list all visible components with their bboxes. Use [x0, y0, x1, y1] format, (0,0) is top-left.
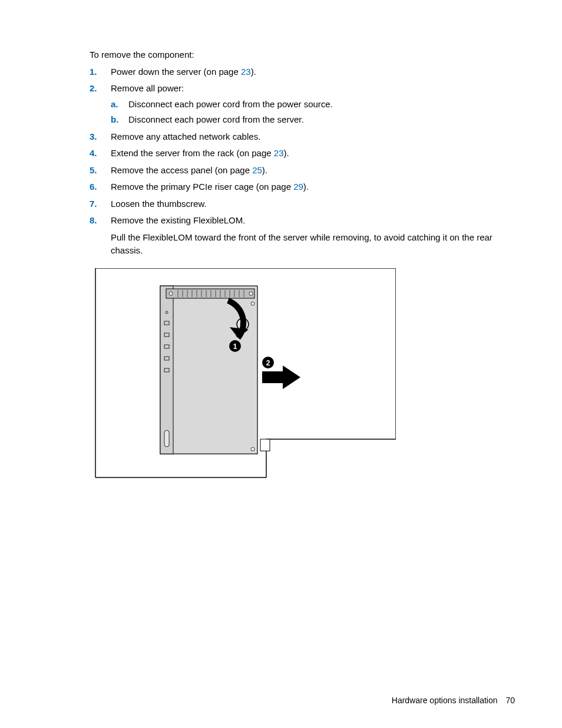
svg-rect-8 [166, 289, 254, 298]
step-item: 5. Remove the access panel (on page 25). [90, 164, 515, 177]
step-text: Remove any attached network cables. [111, 131, 260, 141]
step-item: 1. Power down the server (on page 23). [90, 65, 515, 79]
sub-step-text: Disconnect each power cord from the serv… [128, 113, 304, 127]
removal-diagram: 1 2 [90, 268, 515, 480]
step-text: Remove all power: [111, 83, 184, 93]
sub-step-number: a. [111, 98, 128, 111]
step-body: Power down the server (on page 23). [111, 65, 515, 79]
step-list: 1. Power down the server (on page 23). 2… [90, 65, 515, 258]
step-item: 4. Extend the server from the rack (on p… [90, 147, 515, 160]
step-body: Extend the server from the rack (on page… [111, 147, 515, 160]
step-item: 2. Remove all power: a. Disconnect each … [90, 82, 515, 127]
step-number: 7. [90, 197, 111, 211]
step-note: Pull the FlexibleLOM toward the front of… [111, 231, 515, 258]
svg-point-10 [249, 292, 253, 295]
step-number: 6. [90, 180, 111, 194]
step-item: 6. Remove the primary PCIe riser cage (o… [90, 180, 515, 194]
footer-section: Hardware options installation [392, 696, 498, 705]
step-number: 3. [90, 130, 111, 144]
sub-step-list: a. Disconnect each power cord from the p… [111, 98, 515, 127]
step-item: 3. Remove any attached network cables. [90, 130, 515, 144]
callout-label-2: 2 [266, 359, 270, 367]
step-body: Loosen the thumbscrew. [111, 197, 515, 211]
svg-point-35 [251, 447, 254, 451]
page-link[interactable]: 29 [293, 182, 303, 192]
step-item: 7. Loosen the thumbscrew. [90, 197, 515, 211]
step-number: 4. [90, 147, 111, 160]
sub-step-text: Disconnect each power cord from the powe… [128, 98, 333, 111]
page-link[interactable]: 23 [241, 67, 251, 77]
page-link[interactable]: 23 [274, 148, 284, 158]
diagram-svg: 1 2 [90, 268, 396, 480]
step-text: Loosen the thumbscrew. [111, 199, 207, 209]
step-number: 8. [90, 214, 111, 228]
step-number: 1. [90, 65, 111, 79]
sub-step-number: b. [111, 113, 128, 127]
step-number: 2. [90, 82, 111, 95]
intro-text: To remove the component: [90, 48, 515, 62]
step-number: 5. [90, 164, 111, 177]
step-text: Power down the server (on page [111, 67, 241, 77]
step-text: Remove the access panel (on page [111, 165, 252, 175]
step-body: Remove the access panel (on page 25). [111, 164, 515, 177]
svg-rect-42 [260, 439, 270, 451]
step-body: Remove the existing FlexibleLOM. Pull th… [111, 214, 515, 258]
svg-point-9 [169, 292, 173, 295]
page-footer: Hardware options installation 70 [392, 694, 515, 707]
sub-step-item: b. Disconnect each power cord from the s… [111, 113, 515, 127]
svg-marker-41 [283, 365, 300, 389]
step-text: ). [284, 148, 289, 158]
step-body: Remove any attached network cables. [111, 130, 515, 144]
step-text: ). [303, 182, 309, 192]
svg-rect-40 [262, 371, 283, 383]
svg-rect-32 [164, 430, 169, 447]
step-text: ). [251, 67, 256, 77]
step-body: Remove all power: a. Disconnect each pow… [111, 82, 515, 127]
step-item: 8. Remove the existing FlexibleLOM. Pull… [90, 214, 515, 258]
step-text: Remove the primary PCIe riser cage (on p… [111, 182, 293, 192]
svg-point-36 [251, 302, 254, 305]
footer-page-number: 70 [505, 696, 515, 705]
step-text: Remove the existing FlexibleLOM. [111, 215, 245, 225]
page-link[interactable]: 25 [252, 165, 262, 175]
step-text: Extend the server from the rack (on page [111, 148, 274, 158]
document-page: To remove the component: 1. Power down t… [0, 0, 562, 728]
step-text: ). [262, 165, 267, 175]
sub-step-item: a. Disconnect each power cord from the p… [111, 98, 515, 111]
callout-label-1: 1 [233, 342, 237, 351]
step-body: Remove the primary PCIe riser cage (on p… [111, 180, 515, 194]
